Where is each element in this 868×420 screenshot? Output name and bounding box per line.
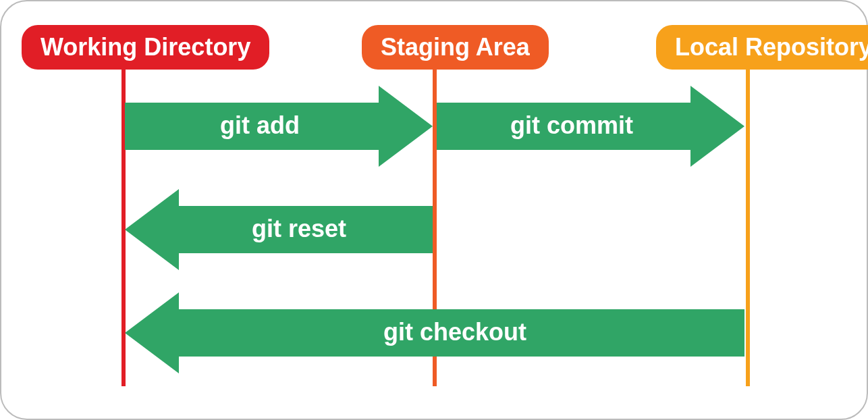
arrow-git-checkout [125,292,744,373]
working-dir-box: Working Directory [22,25,269,70]
svg-marker-2 [125,189,433,270]
local-repo-label: Local Repository [675,33,868,61]
staging-label: Staging Area [381,33,530,61]
local-repo-line [746,55,750,386]
svg-marker-1 [437,86,744,167]
arrow-git-add [125,86,433,167]
local-repo-box: Local Repository [656,25,868,70]
svg-marker-0 [125,86,433,167]
arrow-git-commit [437,86,744,167]
svg-marker-3 [125,292,744,373]
staging-box: Staging Area [362,25,549,70]
working-dir-label: Working Directory [40,33,250,61]
git-workflow-diagram: git add git commit git reset git checkou… [0,0,868,420]
arrow-git-reset [125,189,433,270]
